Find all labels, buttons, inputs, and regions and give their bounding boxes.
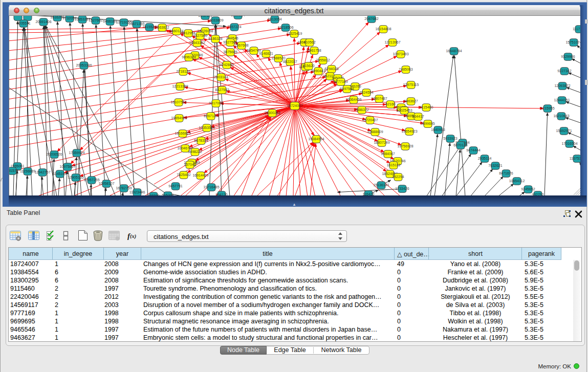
svg-text:2002113: 2002113: [199, 16, 212, 17]
svg-text:10688609: 10688609: [367, 130, 383, 134]
svg-text:25300263: 25300263: [264, 111, 280, 115]
svg-text:19716485: 19716485: [203, 185, 219, 189]
svg-text:252254: 252254: [392, 175, 404, 179]
svg-text:7515526: 7515526: [142, 25, 156, 29]
svg-text:1527602: 1527602: [89, 18, 102, 22]
svg-text:3875685: 3875685: [223, 50, 237, 54]
svg-text:15136141: 15136141: [373, 183, 389, 187]
svg-text:16782759: 16782759: [116, 186, 132, 190]
svg-text:(x): (x): [130, 233, 136, 239]
svg-text:10025453: 10025453: [396, 108, 412, 112]
svg-text:11156889: 11156889: [20, 169, 35, 173]
svg-text:1615112: 1615112: [387, 163, 401, 167]
svg-text:12213389: 12213389: [172, 84, 188, 88]
svg-text:9242845: 9242845: [220, 63, 233, 67]
svg-text:9474444: 9474444: [466, 148, 480, 152]
svg-text:20364436: 20364436: [345, 98, 361, 101]
svg-text:16210643: 16210643: [553, 114, 569, 118]
svg-text:1145194: 1145194: [53, 172, 67, 176]
svg-text:157041: 157041: [184, 163, 195, 166]
svg-text:17016504: 17016504: [561, 142, 577, 145]
svg-text:910562: 910562: [303, 40, 315, 44]
svg-text:964120: 964120: [215, 193, 227, 195]
svg-text:7886372: 7886372: [355, 108, 368, 112]
svg-text:1588520: 1588520: [271, 56, 285, 60]
svg-text:18724007: 18724007: [287, 104, 302, 107]
svg-text:391579: 391579: [9, 169, 18, 172]
svg-text:10975867: 10975867: [59, 165, 75, 168]
svg-text:15751074: 15751074: [565, 40, 580, 44]
svg-text:19384554: 19384554: [308, 137, 324, 141]
svg-text:7663822: 7663822: [155, 26, 169, 29]
svg-text:16107554: 16107554: [170, 100, 186, 104]
svg-text:3824554: 3824554: [359, 91, 373, 94]
svg-text:9146821: 9146821: [259, 52, 273, 55]
svg-text:2367608: 2367608: [234, 43, 248, 47]
svg-text:19166825: 19166825: [175, 132, 190, 135]
svg-text:12975115: 12975115: [403, 83, 419, 86]
svg-text:16914479: 16914479: [192, 173, 208, 177]
svg-text:8822037: 8822037: [283, 60, 297, 63]
svg-text:915620: 915620: [302, 64, 314, 68]
svg-text:5933923: 5933923: [443, 137, 457, 140]
svg-text:12353594: 12353594: [199, 126, 214, 129]
svg-text:8678314: 8678314: [194, 139, 208, 142]
svg-text:2935114: 2935114: [478, 157, 492, 160]
svg-text:6870125: 6870125: [453, 143, 467, 147]
svg-text:8215955: 8215955: [540, 106, 554, 110]
svg-text:12213967: 12213967: [384, 40, 400, 44]
svg-text:10807487: 10807487: [371, 97, 387, 100]
svg-text:9463627: 9463627: [404, 99, 418, 103]
svg-text:3498222: 3498222: [188, 150, 202, 154]
svg-text:1117205: 1117205: [573, 27, 580, 31]
svg-text:9899695: 9899695: [421, 122, 434, 125]
svg-text:20053346: 20053346: [76, 63, 92, 67]
svg-text:19218506: 19218506: [277, 26, 293, 29]
svg-text:6466160: 6466160: [103, 19, 117, 23]
svg-text:19654925: 19654925: [171, 116, 187, 120]
svg-text:9457791: 9457791: [168, 184, 182, 188]
svg-text:9205571: 9205571: [16, 21, 30, 25]
svg-text:2087682: 2087682: [364, 17, 378, 20]
svg-text:11325419: 11325419: [287, 32, 302, 35]
svg-text:2803144: 2803144: [214, 75, 228, 79]
svg-text:932752: 932752: [532, 193, 543, 195]
svg-text:15692971: 15692971: [556, 129, 572, 133]
svg-text:19654923: 19654923: [401, 129, 417, 133]
svg-text:1733426: 1733426: [395, 187, 409, 190]
svg-text:8267130: 8267130: [204, 114, 217, 118]
svg-text:20691406: 20691406: [35, 20, 51, 24]
svg-text:12905135: 12905135: [68, 176, 83, 179]
svg-text:6497568: 6497568: [340, 87, 354, 91]
svg-text:18807249: 18807249: [374, 141, 389, 144]
svg-text:10958107: 10958107: [98, 182, 114, 185]
svg-text:8427552: 8427552: [215, 88, 229, 92]
svg-text:7625402: 7625402: [177, 173, 190, 177]
svg-text:20206526: 20206526: [46, 152, 62, 156]
svg-text:9327500: 9327500: [193, 34, 207, 37]
svg-text:10654112: 10654112: [509, 179, 525, 183]
svg-text:9084067: 9084067: [381, 152, 395, 156]
svg-text:9115460: 9115460: [420, 105, 433, 109]
svg-text:7485063: 7485063: [399, 68, 412, 71]
svg-text:515208: 515208: [162, 193, 173, 195]
svg-text:16033809: 16033809: [207, 18, 223, 22]
svg-text:11923446: 11923446: [129, 190, 145, 194]
svg-text:17359924: 17359924: [69, 151, 84, 155]
svg-text:12093872: 12093872: [554, 84, 570, 87]
svg-text:16648784: 16648784: [446, 49, 462, 53]
svg-text:7955812: 7955812: [316, 58, 330, 62]
svg-text:116420: 116420: [363, 192, 375, 195]
svg-text:7357224: 7357224: [227, 25, 241, 29]
svg-text:9317006: 9317006: [209, 101, 223, 105]
svg-text:9245652: 9245652: [521, 187, 535, 191]
svg-text:6794028: 6794028: [324, 67, 338, 71]
svg-text:9227342: 9227342: [557, 69, 571, 73]
svg-text:16154808: 16154808: [375, 27, 391, 31]
svg-text:17957255: 17957255: [83, 178, 99, 182]
svg-text:1680224: 1680224: [231, 16, 245, 17]
svg-text:1640953: 1640953: [431, 128, 445, 132]
svg-text:6961758: 6961758: [307, 49, 321, 52]
svg-text:8990443: 8990443: [311, 69, 325, 73]
svg-text:16543382: 16543382: [189, 41, 205, 45]
